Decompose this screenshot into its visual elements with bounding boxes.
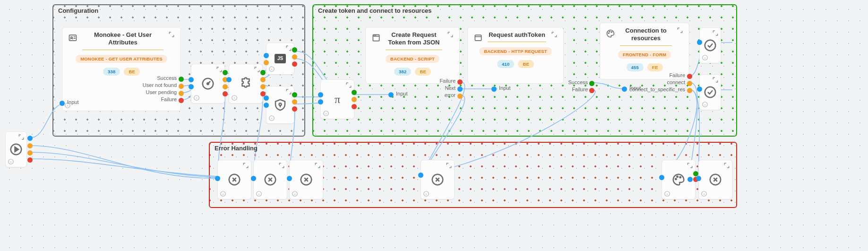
expand-icon[interactable] (18, 134, 25, 140)
info-icon (268, 66, 275, 72)
port[interactable] (292, 54, 297, 60)
port[interactable] (223, 70, 228, 75)
expand-icon[interactable] (314, 162, 321, 169)
port-out[interactable] (27, 157, 33, 163)
port[interactable] (318, 92, 323, 97)
node-start[interactable] (5, 131, 27, 167)
expand-icon[interactable] (677, 27, 683, 34)
port-input[interactable] (622, 87, 627, 92)
port[interactable] (697, 87, 702, 92)
check-circle-icon (703, 38, 717, 52)
check-circle-icon (703, 85, 717, 99)
port-input[interactable] (388, 92, 394, 97)
port[interactable] (292, 92, 297, 97)
port[interactable] (292, 47, 297, 52)
expand-icon[interactable] (242, 162, 249, 169)
node-check-2[interactable] (699, 74, 721, 110)
port[interactable] (352, 97, 357, 102)
expand-icon[interactable] (285, 45, 292, 52)
expand-icon[interactable] (712, 30, 719, 36)
port[interactable] (260, 84, 266, 89)
expand-icon[interactable] (687, 162, 693, 169)
card-connection[interactable]: Connection to resources FRONTEND - FORM … (600, 23, 689, 79)
port-out[interactable] (27, 143, 33, 148)
node-shield[interactable] (266, 86, 294, 124)
port-success[interactable] (589, 81, 594, 86)
node-check-1[interactable] (699, 27, 721, 63)
x-circle-icon (263, 173, 277, 187)
svg-point-31 (675, 179, 677, 180)
port-out[interactable] (27, 136, 33, 141)
port-not-found[interactable] (179, 84, 184, 89)
node-error-3[interactable] (289, 160, 323, 199)
port[interactable] (223, 91, 228, 96)
port[interactable] (696, 176, 701, 181)
node-gauge[interactable] (191, 64, 225, 104)
node-js[interactable]: JS (266, 43, 294, 75)
port[interactable] (292, 99, 297, 104)
expand-icon[interactable] (551, 31, 558, 38)
expand-icon[interactable] (446, 162, 452, 169)
port[interactable] (352, 104, 357, 109)
port[interactable] (189, 84, 194, 89)
expand-icon[interactable] (447, 31, 454, 38)
port-label: connect (664, 79, 685, 85)
port[interactable] (226, 77, 232, 82)
svg-point-19 (705, 40, 716, 51)
expand-icon[interactable] (712, 77, 719, 83)
node-pi[interactable]: π (320, 79, 354, 119)
port[interactable] (264, 53, 269, 58)
port[interactable] (418, 173, 423, 178)
card-request-auth[interactable]: Request authToken BACKEND - HTTP REQUEST… (467, 27, 564, 84)
port-input[interactable] (60, 101, 65, 106)
port[interactable] (264, 103, 269, 108)
info-icon (702, 101, 708, 108)
port-failure[interactable] (687, 74, 692, 79)
port-success[interactable] (179, 77, 184, 82)
expand-icon[interactable] (278, 162, 285, 169)
node-error-5[interactable] (698, 160, 732, 199)
port[interactable] (287, 176, 292, 181)
group-error[interactable]: Error Handling (209, 142, 737, 208)
port[interactable] (260, 77, 266, 82)
port[interactable] (292, 106, 297, 112)
expand-icon[interactable] (345, 82, 352, 88)
port-pending[interactable] (179, 91, 184, 96)
port[interactable] (223, 84, 228, 89)
node-error-4[interactable] (421, 160, 455, 199)
port-connect-specific[interactable] (687, 88, 692, 93)
x-circle-icon (227, 173, 241, 187)
port[interactable] (251, 176, 256, 181)
port-input[interactable] (491, 87, 497, 92)
expand-icon[interactable] (285, 88, 292, 95)
node-error-1[interactable] (217, 160, 251, 199)
node-error-2[interactable] (253, 160, 287, 199)
node-puzzle[interactable] (229, 64, 263, 104)
port-failure[interactable] (589, 88, 594, 93)
expand-icon[interactable] (168, 31, 175, 38)
port[interactable] (352, 90, 357, 95)
port[interactable] (318, 99, 323, 104)
port-out[interactable] (27, 150, 33, 156)
tag-id: 455 (627, 63, 644, 71)
port[interactable] (659, 175, 664, 180)
port-failure[interactable] (179, 98, 184, 103)
port-connect[interactable] (687, 81, 692, 86)
port-failure[interactable] (457, 79, 463, 85)
port[interactable] (688, 177, 693, 182)
port[interactable] (292, 61, 297, 67)
port[interactable] (189, 77, 194, 82)
port[interactable] (697, 40, 702, 45)
port-error[interactable] (457, 94, 463, 99)
expand-icon[interactable] (254, 66, 260, 73)
group-configuration-label: Configuration (58, 7, 98, 14)
port[interactable] (264, 95, 269, 101)
port[interactable] (215, 176, 220, 181)
port[interactable] (260, 70, 266, 75)
card-create-token[interactable]: Create Request Token from JSON BACKEND -… (365, 27, 460, 84)
svg-point-16 (610, 31, 610, 32)
expand-icon[interactable] (723, 162, 730, 169)
port[interactable] (264, 60, 269, 65)
port-next[interactable] (457, 87, 463, 92)
expand-icon[interactable] (216, 66, 223, 73)
